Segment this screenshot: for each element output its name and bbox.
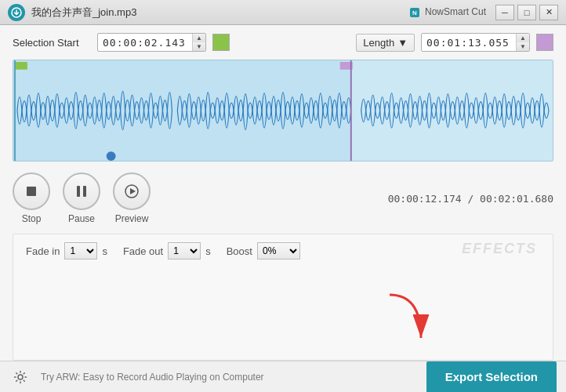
boost-select[interactable]: 0%10%20%50% [257,242,300,260]
main-content: Selection Start ▲ ▼ Length ▼ ▲ ▼ [0,25,566,361]
window-controls: ─ □ ✕ [495,5,558,20]
length-up[interactable]: ▲ [517,34,529,42]
svg-rect-13 [83,186,86,197]
waveform-container[interactable] [13,60,553,162]
chevron-down-icon: ▼ [397,37,408,49]
preview-label: Preview [115,213,149,224]
fade-in-unit: s [102,245,107,257]
app-name: N NowSmart Cut [409,6,486,18]
effects-watermark: EFFECTS [462,241,537,257]
boost-control: Boost 0%10%20%50% [227,242,300,260]
transport-controls: Stop Pause [13,172,151,224]
stop-button[interactable]: Stop [13,172,50,224]
length-input-wrapper: ▲ ▼ [421,33,530,52]
maximize-button[interactable]: □ [517,5,536,20]
fade-out-select[interactable]: 1235 [168,242,201,260]
export-selection-button[interactable]: Export Selection [426,361,557,393]
selection-start-input-wrapper: ▲ ▼ [97,33,206,52]
fade-in-control: Fade in 1235 s [26,242,107,260]
svg-point-17 [18,375,23,379]
pause-button[interactable]: Pause [63,172,100,224]
length-input[interactable] [422,34,516,51]
selection-start-spinners: ▲ ▼ [192,34,205,51]
settings-button[interactable] [9,366,31,388]
fade-in-select[interactable]: 1235 [64,242,97,260]
effects-area: EFFECTS Fade in 1235 s Fade out 1235 s B… [13,234,553,361]
waveform-display [13,60,553,161]
preview-button[interactable]: Preview [113,172,151,224]
status-bar: Try ARW: Easy to Record Audio Playing on… [0,361,566,392]
svg-point-10 [107,151,116,161]
selection-start-up[interactable]: ▲ [193,34,205,42]
stop-icon [13,172,50,210]
svg-rect-5 [351,60,361,161]
minimize-button[interactable]: ─ [495,5,514,20]
selection-row: Selection Start ▲ ▼ Length ▼ ▲ ▼ [13,33,553,52]
status-text: Try ARW: Easy to Record Audio Playing on… [41,372,426,383]
svg-text:N: N [412,9,417,16]
svg-rect-12 [77,186,80,197]
selection-start-color[interactable] [212,34,230,51]
length-dropdown[interactable]: Length ▼ [356,34,415,52]
time-display: 00:00:12.174 / 00:02:01.680 [388,193,553,205]
fade-out-unit: s [205,245,211,257]
boost-label: Boost [227,245,252,257]
length-down[interactable]: ▼ [517,42,529,51]
svg-marker-6 [15,62,27,70]
controls-row: Stop Pause [13,172,553,224]
pause-label: Pause [68,213,95,224]
preview-icon [113,172,151,210]
selection-start-down[interactable]: ▼ [193,42,205,51]
svg-rect-11 [27,187,36,196]
stop-label: Stop [22,213,42,224]
title-bar: 我的合并声音_join.mp3 N NowSmart Cut ─ □ ✕ [0,0,566,25]
pause-icon [63,172,100,210]
app-icon [8,4,25,21]
svg-marker-15 [130,188,136,194]
fade-out-label: Fade out [123,245,163,257]
length-color[interactable] [536,34,553,51]
length-spinners: ▲ ▼ [516,34,529,51]
window-title: 我的合并声音_join.mp3 [31,5,409,20]
fade-out-control: Fade out 1235 s [123,242,211,260]
close-button[interactable]: ✕ [539,5,558,20]
selection-start-label: Selection Start [13,37,91,49]
selection-start-input[interactable] [98,34,192,51]
fade-in-label: Fade in [26,245,60,257]
